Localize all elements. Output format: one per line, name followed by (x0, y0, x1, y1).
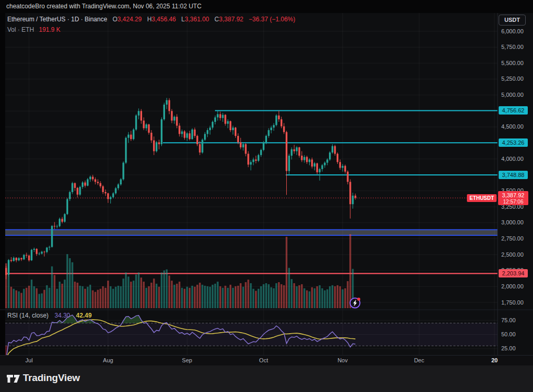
time-tick-label: Oct (259, 357, 268, 363)
candle-body (227, 121, 229, 124)
last-price-pill[interactable]: 3,387.92 12:57:06 (498, 191, 528, 205)
candle-body (92, 177, 94, 180)
candle-body (222, 115, 223, 118)
price-tick-label: 4,500.00 (501, 123, 524, 130)
candle-body (214, 117, 216, 122)
volume-bar (110, 286, 111, 308)
volume-bar (133, 281, 134, 308)
candle-body (5, 268, 7, 275)
volume-bar (321, 288, 323, 308)
rsi-ma-value: 42.49 (76, 312, 92, 319)
volume-bar (59, 282, 60, 308)
support-zone-band (5, 230, 498, 235)
volume-bar (298, 285, 300, 308)
candle-body (118, 184, 119, 188)
candle-body (166, 100, 168, 105)
volume-bar (99, 289, 101, 308)
bar-countdown: 12:57:06 (498, 199, 528, 205)
volume-bar (232, 288, 234, 308)
footer-bar: TradingView (0, 365, 533, 392)
notification-dot (357, 298, 360, 301)
volume-bar (281, 284, 282, 308)
time-tick-label: Nov (337, 357, 348, 363)
volume-bar (189, 288, 191, 308)
time-axis[interactable]: JulAugSepOctNovDec20 (0, 355, 533, 366)
volume-bar (166, 270, 168, 308)
close-value: 3,387.92 (219, 16, 244, 23)
candle-body (67, 199, 68, 214)
volume-bar (255, 291, 257, 308)
candle-body (102, 186, 104, 192)
candle-body (64, 214, 66, 222)
volume-bar (184, 289, 185, 308)
change-value: −36.37 (−1.06%) (249, 16, 295, 23)
volume-bar (16, 290, 17, 308)
volume-bar (20, 293, 22, 308)
level-price-pill[interactable]: 4,253.26 (499, 138, 528, 147)
volume-bar (273, 288, 274, 308)
symbol-header[interactable]: Ethereum / TetherUS · 1D · Binance O3,42… (7, 16, 295, 23)
volume-bar (28, 286, 30, 308)
tradingview-brand[interactable]: TradingView (23, 372, 80, 384)
volume-bar (329, 286, 331, 308)
volume-bar (18, 292, 19, 308)
price-tick-label: 5,000.00 (501, 92, 524, 98)
candle-body (61, 219, 63, 222)
candle-body (209, 128, 211, 130)
price-tick-label: 2,500.00 (501, 251, 524, 258)
candle-body (59, 219, 60, 226)
candle-body (319, 169, 320, 172)
volume-bar (196, 285, 198, 308)
tradingview-logo-icon[interactable] (6, 373, 21, 385)
price-chart-canvas[interactable] (0, 0, 533, 392)
left-margin (0, 13, 5, 355)
candle-body (138, 111, 139, 116)
candle-body (79, 187, 81, 195)
volume-bar (275, 283, 277, 308)
volume-bar (201, 285, 203, 308)
volume-bar (138, 272, 139, 308)
price-tick-label: 2,000.00 (501, 283, 524, 289)
volume-bar (145, 288, 147, 308)
candle-body (54, 226, 55, 226)
volume-bar (260, 286, 262, 308)
rsi-indicator-legend[interactable]: RSI (14, close) 34.30 42.49 (7, 312, 92, 319)
candle-body (26, 255, 27, 256)
price-tick-label: 2,750.00 (501, 235, 524, 242)
volume-bar (161, 272, 162, 308)
candle-body (94, 179, 96, 182)
volume-bar (71, 262, 73, 308)
candle-body (212, 122, 213, 128)
events-lightning-icon[interactable] (350, 298, 361, 308)
candle-body (69, 192, 70, 199)
level-price-pill[interactable]: 4,756.62 (499, 106, 528, 115)
volume-bar (314, 288, 315, 308)
support-price-pill[interactable]: 2,203.94 (499, 269, 528, 277)
volume-bar (168, 275, 170, 308)
volume-bar (135, 274, 137, 308)
volume-bar (148, 286, 149, 308)
candle-body (8, 260, 9, 275)
volume-bar (87, 287, 88, 308)
price-tick-label: 1,750.00 (501, 299, 524, 306)
currency-toggle-button[interactable]: USDT (499, 15, 526, 26)
volume-bar (291, 279, 293, 308)
candle-body (189, 133, 191, 139)
volume-bar (265, 283, 267, 308)
volume-bar (43, 290, 45, 308)
volume-bar (342, 289, 344, 308)
candle-body (337, 154, 338, 162)
candle-body (199, 144, 200, 153)
candle-body (303, 157, 305, 160)
level-price-pill[interactable]: 3,748.88 (499, 171, 528, 179)
low-value: 3,361.00 (185, 16, 209, 23)
candle-body (28, 256, 30, 260)
candle-body (263, 142, 264, 150)
candle-body (314, 163, 315, 167)
volume-bar (31, 280, 32, 308)
price-tick-label: 5,500.00 (501, 60, 524, 66)
candle-body (128, 135, 129, 138)
volume-bar (118, 286, 119, 308)
volume-bar (217, 282, 219, 308)
volume-legend[interactable]: Vol · ETH 191.9 K (7, 26, 60, 33)
